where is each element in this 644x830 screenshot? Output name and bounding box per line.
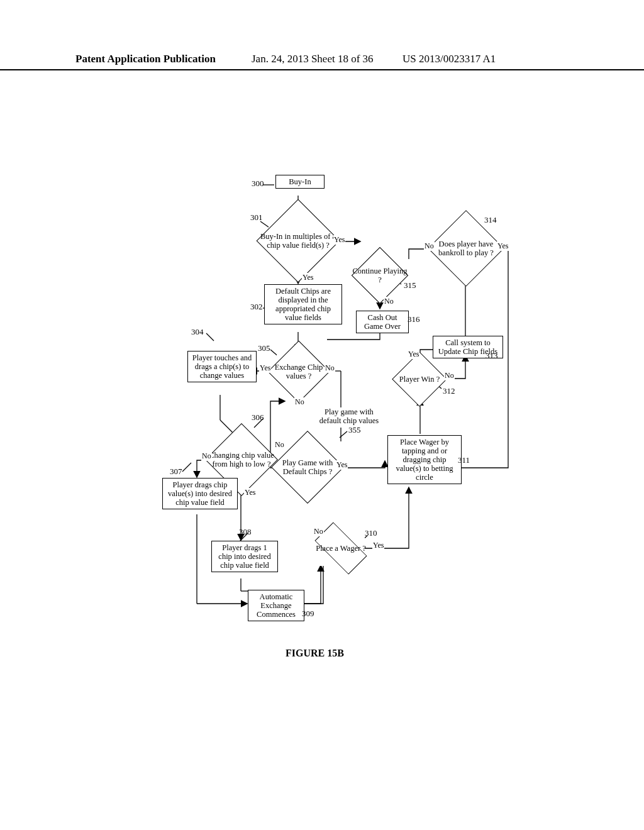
ref-355: 355 [348,425,361,435]
edge-no: No [325,363,335,373]
svg-line-24 [182,463,191,472]
node-play-default-values: Play game with default chip values [314,407,384,425]
node-cash-out: Cash Out Game Over [356,311,409,333]
ref-304: 304 [191,327,204,337]
svg-line-34 [340,431,347,438]
edge-yes: Yes [302,273,314,282]
edge-yes: Yes [408,350,419,359]
node-buy-in: Buy-In [275,175,325,189]
ref-311: 311 [458,455,470,465]
node-text: Does player have bankroll to play ? [428,240,504,257]
ref-307: 307 [170,467,182,477]
node-text: Exchange Chip values ? [268,363,330,380]
svg-line-21 [206,333,214,341]
edge-yes: Yes [259,363,271,373]
node-text: Buy-In [289,177,311,186]
ref-301: 301 [250,213,263,223]
node-auto-exchange: Automatic Exchange Commences [248,590,304,621]
edge-yes: Yes [333,235,345,245]
node-place-wager-tap: Place Wager by tapping and or dragging c… [387,435,462,484]
ref-306: 306 [252,412,264,423]
patent-page: Patent Application Publication Jan. 24, … [0,0,644,830]
node-player-drags-1-chip: Player drags 1 chip into desired chip va… [211,541,278,572]
edge-no: No [294,397,305,407]
edge-yes: Yes [336,460,348,470]
edge-no: No [313,527,324,536]
node-place-wager: Place a Wager ? [317,531,365,566]
node-text: Player drags chip value(s) into desired … [168,480,232,507]
ref-310: 310 [365,528,377,538]
node-exchange-values: Exchange Chip values ? [277,350,321,394]
node-has-bankroll: Does player have bankroll to play ? [439,221,493,275]
ref-314: 314 [484,215,497,225]
ref-316: 316 [408,314,420,324]
edge-yes: Yes [497,241,509,251]
node-text: Automatic Exchange Commences [257,592,296,619]
edge-yes: Yes [372,541,384,550]
node-player-drags-chip: Player drags chip value(s) into desired … [162,478,238,509]
ref-312: 312 [443,386,455,396]
ref-315: 315 [404,280,416,290]
node-text: Default Chips are displayed in the appro… [275,287,331,322]
node-text: Place a Wager ? [308,544,374,553]
node-player-win: Player Win ? [400,360,439,399]
edge-yes: Yes [244,488,256,497]
ref-300: 300 [252,179,264,189]
ref-313: 313 [486,351,498,361]
node-continue-playing: Continue Playing ? [360,255,400,296]
ref-308: 308 [239,527,252,537]
edge-no: No [274,440,285,450]
ref-305: 305 [258,343,270,353]
node-text: Continue Playing ? [352,267,408,284]
node-text: Changing chip value from high to low ? [206,451,278,468]
node-text: Play game with default chip values [319,407,379,425]
edge-no: No [201,451,212,461]
node-text: Cash Out Game Over [364,313,401,331]
ref-309: 309 [302,609,314,619]
node-text: Play Game with Default Chips ? [272,458,344,476]
node-default-chips: Default Chips are displayed in the appro… [264,284,342,324]
figure-caption: FIGURE 15B [286,648,344,659]
flowchart-canvas: Buy-In 300 Buy-In in multiples of a chip… [0,0,644,830]
node-text: Player touches and drags a chip(s) to ch… [192,353,252,380]
node-text: Player Win ? [392,375,447,384]
edge-no: No [424,241,435,251]
node-text: Player drags 1 chip into desired chip va… [218,543,270,570]
node-text: Place Wager by tapping and or dragging c… [396,438,453,482]
node-buyin-multiples: Buy-In in multiples of a chip value fiel… [269,211,328,270]
node-text: Buy-In in multiples of a chip value fiel… [257,232,340,250]
edge-no: No [384,297,394,306]
edge-no: No [444,371,455,380]
ref-302: 302 [250,302,263,312]
node-player-touches: Player touches and drags a chip(s) to ch… [187,351,257,382]
node-play-default-chips: Play Game with Default Chips ? [282,441,333,493]
